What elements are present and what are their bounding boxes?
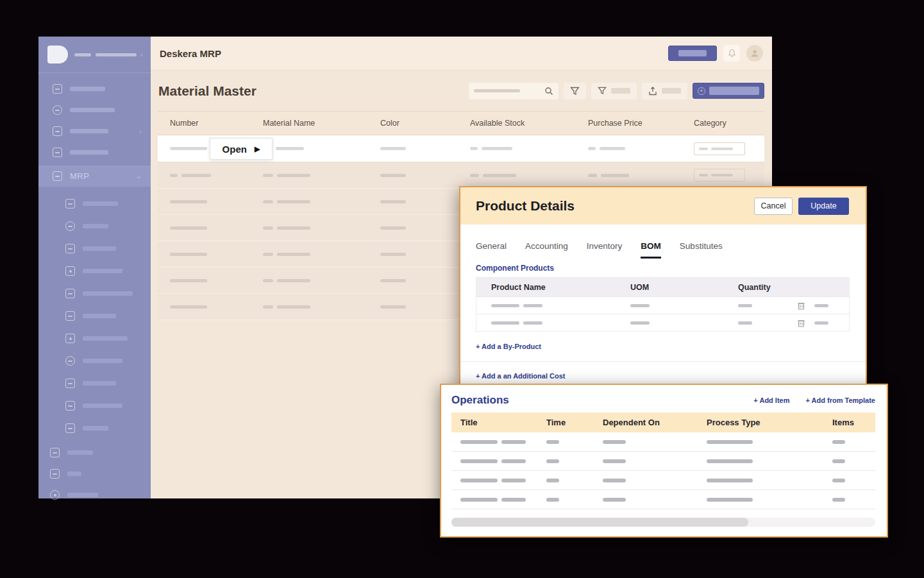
scrollbar-thumb[interactable] — [451, 518, 748, 527]
column-header-title: Title — [460, 418, 546, 427]
placeholder-bar — [460, 479, 498, 482]
placeholder-bar — [832, 440, 845, 444]
add-by-product-link[interactable]: + Add a By-Product — [476, 343, 541, 350]
placeholder-bar — [600, 147, 625, 150]
placeholder-bar — [738, 304, 752, 307]
placeholder-bar — [662, 88, 681, 94]
sidebar-item-contacts[interactable] — [38, 99, 151, 121]
add-from-template-link[interactable]: + Add from Template — [806, 396, 876, 404]
column-header-category: Category — [694, 119, 764, 128]
filter-button[interactable] — [564, 83, 586, 99]
tag-icon — [65, 378, 75, 388]
notifications-button[interactable] — [723, 45, 740, 62]
tab-general[interactable]: General — [476, 241, 507, 259]
placeholder-bar — [460, 498, 498, 502]
placeholder-bar — [380, 147, 406, 150]
trash-icon[interactable] — [798, 302, 805, 310]
cancel-button-label: Cancel — [761, 201, 786, 210]
sidebar-subitem[interactable] — [38, 350, 151, 372]
placeholder-bar — [380, 226, 406, 230]
placeholder-bar — [83, 381, 116, 386]
sidebar: ‹ › MRP ⌄ — [38, 37, 151, 498]
table-row[interactable]: Open ▶ — [158, 135, 764, 162]
tab-bom[interactable]: BOM — [641, 241, 661, 259]
placeholder-bar — [699, 174, 708, 176]
open-row-button[interactable]: Open ▶ — [210, 138, 273, 160]
category-select[interactable] — [694, 169, 745, 182]
export-button[interactable] — [642, 83, 687, 99]
saved-filter-button[interactable] — [591, 83, 637, 99]
placeholder-bar — [277, 226, 310, 230]
placeholder-bar — [380, 200, 406, 203]
component-row[interactable] — [476, 296, 849, 314]
sidebar-subitem[interactable] — [38, 395, 151, 417]
operation-row[interactable] — [451, 471, 875, 490]
placeholder-bar — [482, 147, 512, 150]
topbar-primary-button[interactable] — [668, 46, 717, 61]
placeholder-bar — [380, 279, 406, 282]
operations-actions: + Add Item + Add from Template — [753, 396, 875, 404]
sidebar-subitem[interactable] — [38, 237, 151, 260]
operation-row[interactable] — [451, 452, 875, 471]
sidebar-item-data[interactable] — [38, 463, 151, 484]
table-toolbar: + — [469, 83, 764, 99]
sidebar-item-settings[interactable] — [38, 484, 151, 506]
column-header-product-name: Product Name — [491, 283, 630, 292]
sidebar-subitem[interactable] — [38, 260, 151, 282]
update-button[interactable]: Update — [798, 198, 849, 215]
workspace-name-placeholder — [74, 53, 140, 56]
tab-inventory[interactable]: Inventory — [587, 241, 623, 259]
placeholder-bar — [263, 174, 273, 177]
placeholder-bar — [263, 200, 273, 203]
add-additional-cost-link[interactable]: + Add a an Additional Cost — [476, 372, 565, 380]
add-by-product-row: + Add a By-Product — [460, 332, 866, 352]
sidebar-subitem[interactable] — [38, 372, 151, 395]
placeholder-bar — [263, 279, 273, 282]
placeholder-bar — [170, 147, 207, 150]
add-additional-cost-row: + Add a an Additional Cost — [460, 362, 866, 381]
column-header-material-name: Material Name — [263, 119, 380, 128]
operations-table-header: Title Time Dependent On Process Type Ite… — [451, 412, 875, 432]
placeholder-bar — [832, 498, 845, 502]
placeholder-bar — [460, 459, 498, 463]
sidebar-item-reports[interactable]: › — [38, 121, 151, 142]
sidebar-subitem[interactable] — [38, 282, 151, 305]
sidebar-subitem[interactable] — [38, 192, 151, 215]
component-products-table: Product Name UOM Quantity — [476, 277, 850, 332]
placeholder-bar — [170, 253, 207, 256]
trash-icon[interactable] — [798, 319, 805, 327]
sidebar-item-mrp[interactable]: MRP ⌄ — [38, 166, 151, 187]
sidebar-subitem[interactable] — [38, 215, 151, 237]
table-row[interactable] — [158, 162, 764, 189]
sidebar-subitem[interactable] — [38, 305, 151, 327]
add-item-link[interactable]: + Add Item — [753, 396, 789, 404]
tab-accounting[interactable]: Accounting — [525, 241, 568, 259]
component-row[interactable] — [476, 314, 849, 331]
search-input[interactable] — [469, 83, 559, 99]
user-avatar[interactable] — [746, 45, 763, 62]
placeholder-bar — [546, 479, 559, 482]
placeholder-bar — [277, 253, 310, 256]
tab-substitutes[interactable]: Substitutes — [680, 241, 723, 259]
topbar-actions — [668, 45, 763, 62]
document-icon — [65, 289, 75, 298]
operation-row[interactable] — [451, 432, 875, 452]
column-header-time: Time — [546, 418, 603, 427]
cancel-button[interactable]: Cancel — [754, 198, 793, 215]
placeholder-bar — [603, 498, 626, 502]
sidebar-item-lists[interactable] — [38, 442, 151, 463]
placeholder-bar — [70, 150, 108, 155]
horizontal-scrollbar[interactable] — [451, 518, 875, 527]
placeholder-bar — [501, 479, 526, 482]
sidebar-item-dashboard[interactable] — [38, 78, 151, 99]
sidebar-subitem[interactable] — [38, 417, 151, 439]
sidebar-item-calendar[interactable] — [38, 142, 151, 163]
category-select[interactable] — [694, 142, 745, 155]
operation-row[interactable] — [451, 490, 875, 509]
chevron-down-icon: ⌄ — [136, 172, 142, 180]
add-material-button[interactable]: + — [693, 83, 764, 99]
placeholder-bar — [380, 305, 406, 309]
placeholder-bar — [170, 226, 207, 230]
sidebar-collapse-icon[interactable]: ‹ — [140, 51, 143, 58]
sidebar-subitem[interactable] — [38, 327, 151, 350]
